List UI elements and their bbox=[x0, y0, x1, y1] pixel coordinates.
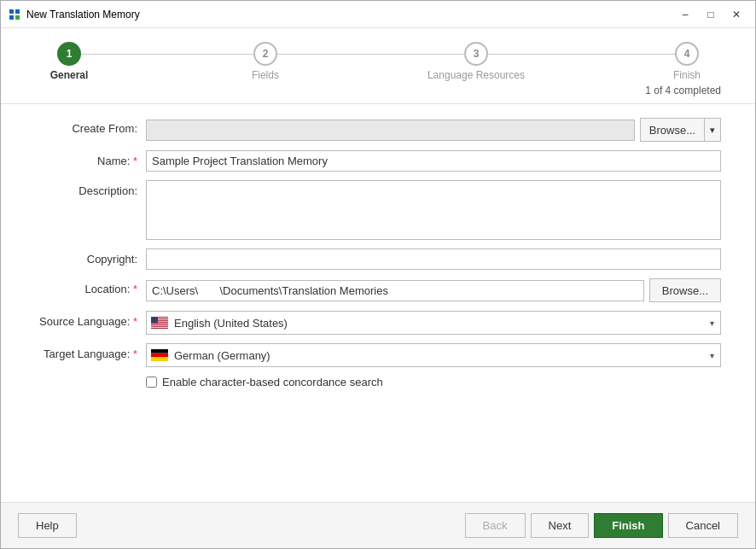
source-language-select-wrap: English (United States) ▾ bbox=[146, 311, 721, 335]
copyright-label: Copyright: bbox=[35, 248, 146, 266]
location-input[interactable] bbox=[146, 280, 644, 301]
concordance-row: Enable character-based concordance searc… bbox=[146, 376, 721, 388]
footer: Help Back Next Finish Cancel bbox=[1, 502, 755, 548]
wizard-steps: 1 General 2 Fields 3 Language Resources … bbox=[1, 28, 755, 104]
browse-top-main-button[interactable]: Browse... bbox=[640, 118, 704, 142]
svg-rect-2 bbox=[9, 15, 14, 20]
source-language-label: Source Language: * bbox=[35, 311, 146, 328]
name-input[interactable] bbox=[146, 150, 721, 172]
target-language-label: Target Language: * bbox=[35, 343, 146, 360]
name-required-marker: * bbox=[133, 155, 137, 167]
window-icon bbox=[8, 8, 21, 21]
target-language-select-wrap: German (Germany) ▾ bbox=[146, 343, 721, 367]
location-wrap: Browse... bbox=[146, 278, 721, 302]
browse-top-button-group: Browse... ▾ bbox=[640, 118, 721, 142]
step-1-label: General bbox=[50, 69, 89, 81]
description-label: Description: bbox=[35, 180, 146, 197]
window-title: New Translation Memory bbox=[26, 9, 673, 20]
svg-rect-1 bbox=[15, 9, 20, 14]
title-bar: New Translation Memory – □ ✕ bbox=[1, 1, 755, 28]
footer-left: Help bbox=[18, 513, 465, 538]
steps-line bbox=[69, 54, 687, 55]
description-input[interactable] bbox=[146, 180, 721, 240]
source-language-wrap: English (United States) ▾ bbox=[146, 311, 721, 335]
copyright-input[interactable] bbox=[146, 248, 721, 270]
create-from-input[interactable] bbox=[146, 120, 635, 141]
step-4: 4 Finish bbox=[653, 42, 721, 81]
footer-right: Back Next Finish Cancel bbox=[465, 513, 738, 538]
create-from-wrap: Browse... ▾ bbox=[146, 118, 721, 142]
copyright-row: Copyright: bbox=[35, 248, 721, 270]
step-2: 2 Fields bbox=[231, 42, 299, 81]
description-row: Description: bbox=[35, 180, 721, 240]
step-4-label: Finish bbox=[673, 69, 701, 81]
create-from-label: Create From: bbox=[35, 118, 146, 135]
name-label: Name: * bbox=[35, 150, 146, 167]
step-3: 3 Language Resources bbox=[427, 42, 525, 81]
step-3-circle: 3 bbox=[464, 42, 488, 66]
step-4-circle: 4 bbox=[675, 42, 699, 66]
back-button[interactable]: Back bbox=[465, 513, 526, 538]
location-label: Location: * bbox=[35, 278, 146, 295]
target-language-select[interactable]: German (Germany) bbox=[146, 343, 721, 367]
name-wrap bbox=[146, 150, 721, 172]
target-language-row: Target Language: * German (Germany) ▾ bbox=[35, 343, 721, 367]
step-1: 1 General bbox=[35, 42, 103, 81]
progress-text: 1 of 4 completed bbox=[35, 81, 721, 96]
steps-row: 1 General 2 Fields 3 Language Resources … bbox=[35, 42, 721, 81]
description-wrap bbox=[146, 180, 721, 240]
source-language-select[interactable]: English (United States) bbox=[146, 311, 721, 335]
browse-top-arrow-button[interactable]: ▾ bbox=[704, 118, 721, 142]
help-button[interactable]: Help bbox=[18, 513, 77, 538]
browse-location-button[interactable]: Browse... bbox=[649, 278, 721, 302]
step-2-circle: 2 bbox=[253, 42, 277, 66]
source-language-required-marker: * bbox=[133, 315, 137, 328]
name-row: Name: * bbox=[35, 150, 721, 172]
source-language-row: Source Language: * bbox=[35, 311, 721, 335]
next-button[interactable]: Next bbox=[531, 513, 590, 538]
step-3-label: Language Resources bbox=[427, 69, 525, 81]
minimize-button[interactable]: – bbox=[673, 4, 697, 25]
concordance-checkbox[interactable] bbox=[146, 377, 157, 388]
location-row: Location: * Browse... bbox=[35, 278, 721, 302]
close-button[interactable]: ✕ bbox=[724, 4, 748, 25]
form-content: Create From: Browse... ▾ Name: * Descrip… bbox=[1, 104, 755, 502]
target-language-wrap: German (Germany) ▾ bbox=[146, 343, 721, 367]
cancel-button[interactable]: Cancel bbox=[668, 513, 738, 538]
main-window: New Translation Memory – □ ✕ 1 General 2… bbox=[0, 0, 756, 549]
concordance-label[interactable]: Enable character-based concordance searc… bbox=[162, 376, 383, 388]
window-controls: – □ ✕ bbox=[673, 4, 748, 25]
create-from-row: Create From: Browse... ▾ bbox=[35, 118, 721, 142]
copyright-wrap bbox=[146, 248, 721, 270]
step-1-circle: 1 bbox=[57, 42, 81, 66]
svg-rect-3 bbox=[15, 15, 20, 20]
finish-button[interactable]: Finish bbox=[594, 513, 662, 538]
maximize-button[interactable]: □ bbox=[699, 4, 723, 25]
step-2-label: Fields bbox=[252, 69, 279, 81]
svg-rect-0 bbox=[9, 9, 14, 14]
location-required-marker: * bbox=[133, 283, 137, 295]
target-language-required-marker: * bbox=[133, 348, 137, 360]
